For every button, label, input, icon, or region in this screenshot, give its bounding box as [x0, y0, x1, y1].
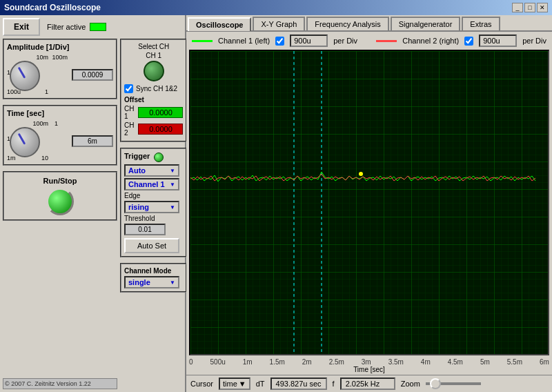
x-label-1.5m: 1.5m: [270, 358, 285, 366]
f-label: f: [333, 380, 335, 388]
time-knob[interactable]: [10, 127, 40, 157]
ch1-color-line: [192, 40, 213, 42]
select-ch-section: Select CH CH 1 Sync CH 1&2 Offset CH 1 0…: [120, 39, 187, 142]
edge-label: Edge: [124, 192, 183, 199]
right-panel: Oscilloscope X-Y Graph Frequency Analysi…: [186, 15, 552, 392]
select-ch-label: Select CH: [124, 43, 183, 50]
time-label-1m: 1m: [7, 155, 16, 161]
time-title: Time [sec]: [7, 109, 113, 117]
right-column: Select CH CH 1 Sync CH 1&2 Offset CH 1 0…: [120, 39, 187, 389]
run-stop-section: Run/Stop: [3, 171, 117, 221]
x-label-500u: 500u: [210, 358, 226, 366]
close-button[interactable]: ✕: [537, 3, 548, 12]
x-label-1m: 1m: [243, 358, 253, 366]
ch2-per-div-input[interactable]: 900u: [479, 35, 517, 47]
time-label-100m: 100m: [32, 120, 48, 127]
x-axis-title: Time [sec]: [186, 366, 552, 373]
time-value: 6m: [72, 135, 113, 147]
f-value-display: 2.025k Hz: [340, 378, 395, 390]
ch1-per-div-input[interactable]: 900u: [290, 35, 328, 47]
channel-mode-section: Channel Mode single ▼: [120, 263, 187, 293]
threshold-label: Threshold: [124, 215, 183, 222]
amplitude-title: Amplitude [1/Div]: [7, 43, 113, 51]
x-label-5.5m: 5.5m: [507, 358, 522, 366]
minimize-button[interactable]: _: [512, 3, 523, 12]
ch2-per-div-unit: per Div: [522, 37, 546, 45]
tab-extras[interactable]: Extras: [462, 17, 500, 30]
ch1-label: CH 1: [124, 52, 183, 59]
sync-checkbox[interactable]: [124, 84, 133, 93]
trigger-header: Trigger: [124, 152, 183, 163]
threshold-value: 0.01: [124, 224, 166, 235]
tab-xy-graph[interactable]: X-Y Graph: [253, 17, 305, 30]
channel-mode-dropdown[interactable]: single ▼: [124, 276, 179, 288]
x-label-3m: 3m: [362, 358, 371, 366]
tab-oscilloscope[interactable]: Oscilloscope: [188, 17, 251, 31]
zoom-label: Zoom: [401, 380, 420, 388]
window-controls: _ □ ✕: [512, 3, 548, 12]
f-unit: Hz: [371, 380, 379, 388]
x-label-2m: 2m: [302, 358, 312, 366]
run-stop-button[interactable]: [46, 188, 74, 215]
time-label-10: 10: [41, 155, 48, 161]
amp-label-10m: 10m: [36, 54, 48, 61]
run-stop-label: Run/Stop: [43, 177, 77, 185]
ch1-per-div-unit: per Div: [333, 37, 357, 45]
cursor-type-value: time: [223, 380, 237, 388]
x-label-5m: 5m: [480, 358, 490, 366]
ch2-offset-label: CH 2: [124, 121, 134, 137]
trigger-title: Trigger: [124, 152, 150, 160]
exit-button[interactable]: Exit: [3, 18, 40, 36]
sync-row: Sync CH 1&2: [124, 84, 183, 93]
channel-mode-label: Channel Mode: [124, 267, 183, 275]
ch2-channel-checkbox[interactable]: [464, 37, 473, 46]
zoom-slider[interactable]: [426, 382, 481, 385]
copyright: © 2007 C. Zeitnitz Version 1.22: [3, 378, 117, 389]
filter-led: [90, 23, 106, 31]
ch1-channel-label: Channel 1 (left): [218, 37, 270, 45]
time-label-1: 1: [55, 120, 58, 127]
trigger-mode-dropdown[interactable]: Auto ▼: [124, 164, 179, 177]
bottom-bar: Cursor time ▼ dT 493.827u sec f 2.025k H…: [186, 375, 552, 392]
ch1-channel-checkbox[interactable]: [275, 37, 284, 46]
title-bar: Soundcard Oszilloscope _ □ ✕: [0, 0, 552, 15]
trigger-edge-arrow: ▼: [170, 204, 175, 210]
ch1-offset-input[interactable]: 0.0000: [138, 107, 183, 118]
x-label-4.5m: 4.5m: [448, 358, 463, 366]
amp-label-1: 1: [45, 88, 48, 95]
x-label-4m: 4m: [421, 358, 431, 366]
cursor-label: Cursor: [190, 380, 213, 388]
x-label-0: 0: [189, 358, 193, 366]
x-axis-labels: 0 500u 1m 1.5m 2m 2.5m 3m 3.5m 4m 4.5m 5…: [186, 358, 552, 366]
autoset-button[interactable]: Auto Set: [124, 238, 179, 253]
channel-mode-value: single: [128, 278, 150, 286]
left-column: Amplitude [1/Div] 10m 100m 1m 100u 1 0.0…: [3, 39, 117, 389]
cursor-type-dropdown[interactable]: time ▼: [219, 378, 250, 390]
dt-unit: sec: [309, 380, 321, 388]
maximize-button[interactable]: □: [524, 3, 535, 12]
trigger-edge-value: rising: [128, 203, 149, 211]
dt-value-display: 493.827u sec: [270, 378, 327, 390]
ch1-offset-label: CH 1: [124, 105, 134, 120]
amp-label-100m: 100m: [52, 54, 68, 61]
trigger-led: [154, 153, 164, 162]
svg-rect-2: [190, 51, 548, 354]
trigger-channel-dropdown[interactable]: Channel 1 ▼: [124, 178, 179, 190]
tab-bar: Oscilloscope X-Y Graph Frequency Analysi…: [186, 15, 552, 32]
tab-frequency-analysis[interactable]: Frequency Analysis: [306, 17, 388, 30]
window-title: Soundcard Oszilloscope: [4, 3, 101, 12]
filter-active-label: Filter active: [47, 23, 86, 31]
tab-signalgenerator[interactable]: Signalgenerator: [391, 17, 461, 30]
trigger-edge-dropdown[interactable]: rising ▼: [124, 201, 179, 213]
amplitude-knob[interactable]: [10, 61, 40, 91]
top-bar: Exit Filter active: [3, 18, 182, 36]
x-label-2.5m: 2.5m: [329, 358, 344, 366]
ch2-offset-row: CH 2 0.0000: [124, 121, 183, 137]
amplitude-section: Amplitude [1/Div] 10m 100m 1m 100u 1 0.0…: [3, 39, 117, 99]
ch-select-knob[interactable]: [144, 61, 164, 81]
dt-value: 493.827u: [276, 380, 308, 388]
x-label-6m: 6m: [540, 358, 549, 366]
channel-mode-arrow: ▼: [170, 280, 175, 286]
ch2-offset-input[interactable]: 0.0000: [138, 124, 183, 135]
offset-area: Offset CH 1 0.0000 CH 2 0.0000: [124, 96, 183, 137]
